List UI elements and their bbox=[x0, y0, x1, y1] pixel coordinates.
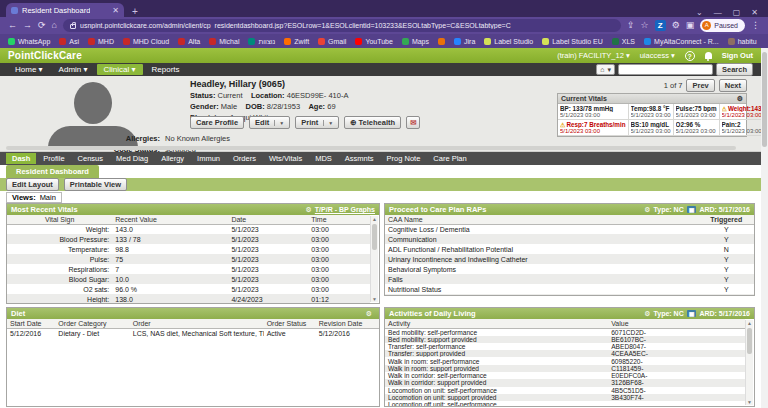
bp-graphs-link[interactable]: T/P/R - BP Graphs bbox=[315, 206, 375, 213]
vitals-scrollbar[interactable]: ▲▼ bbox=[370, 216, 378, 302]
bookmark-item[interactable]: Jira bbox=[454, 38, 475, 45]
nav-clinical[interactable]: Clinical ▾ bbox=[97, 64, 143, 75]
edit-dropdown-button[interactable]: Edit▼ bbox=[249, 116, 290, 129]
browser-tab[interactable]: Resident Dashboard ✕ bbox=[6, 3, 124, 17]
table-row: Transfer: self-performanceABED8047- bbox=[385, 343, 745, 350]
edit-layout-button[interactable]: Edit Layout bbox=[6, 178, 59, 191]
adl-scrollbar[interactable]: ▲▼ bbox=[745, 320, 753, 405]
resident-dashboard-tab[interactable]: Resident Dashboard bbox=[6, 165, 99, 178]
tab-close-icon[interactable]: ✕ bbox=[112, 6, 119, 15]
back-icon[interactable]: ← bbox=[8, 21, 17, 30]
bookmark-favicon bbox=[88, 38, 95, 45]
bookmark-item[interactable]: Asi bbox=[59, 38, 79, 45]
current-vitals-gear-icon[interactable]: ⚙ bbox=[737, 95, 743, 103]
tab-orders[interactable]: Orders bbox=[227, 153, 262, 164]
cell-triggered: Y bbox=[699, 284, 754, 294]
user-dropdown[interactable]: uiaccess ▾ bbox=[640, 51, 675, 60]
gear-icon[interactable]: ⚙ bbox=[644, 310, 650, 318]
bookmark-item[interactable] bbox=[438, 38, 445, 45]
tab-prog-note[interactable]: Prog Note bbox=[381, 153, 427, 164]
bookmark-item[interactable]: MHD bbox=[88, 38, 114, 45]
extensions-icon[interactable]: ⚙ bbox=[672, 21, 680, 30]
bookmark-item[interactable]: Gmail bbox=[318, 38, 346, 45]
side-panel-icon[interactable]: ▣ bbox=[686, 21, 695, 30]
nav-reports[interactable]: Reports bbox=[145, 64, 187, 75]
z-extension-icon[interactable]: Z bbox=[655, 20, 666, 31]
nc-badge-icon: ▦ bbox=[687, 310, 697, 317]
page-scrollbar[interactable] bbox=[761, 48, 768, 408]
bookmark-item[interactable]: WhatsApp bbox=[8, 38, 50, 45]
cell-value: 75 bbox=[112, 254, 228, 264]
bookmark-favicon bbox=[123, 38, 130, 45]
telehealth-button[interactable]: ⊕ Telehealth bbox=[344, 116, 401, 129]
bookmark-item[interactable]: Label Studio bbox=[484, 38, 533, 45]
gear-icon[interactable]: ⚙ bbox=[306, 206, 312, 214]
bookmark-item[interactable]: Michal bbox=[209, 38, 239, 45]
search-scope-dropdown[interactable]: ⌂ ▾ bbox=[596, 64, 615, 75]
tab-wts-vitals[interactable]: Wts/Vitals bbox=[263, 153, 308, 164]
tab-med-diag[interactable]: Med Diag bbox=[110, 153, 154, 164]
tab-profile[interactable]: Profile bbox=[37, 153, 70, 164]
bookmark-item[interactable]: YouTube bbox=[355, 38, 393, 45]
gear-icon[interactable]: ⚙ bbox=[366, 310, 372, 318]
url-field[interactable]: usnpint.pointclickcare.com/admin/client/… bbox=[63, 19, 621, 32]
sign-out-link[interactable]: Sign Out bbox=[722, 51, 753, 60]
cell-activity: Walk in room: support provided bbox=[385, 365, 608, 372]
tab-assmnts[interactable]: Assmnts bbox=[339, 153, 380, 164]
bookmark-item[interactable]: MHD Cloud bbox=[123, 38, 169, 45]
notifications-bell-icon[interactable] bbox=[705, 52, 712, 59]
prev-button[interactable]: Prev bbox=[686, 79, 714, 92]
printable-view-button[interactable]: Printable View bbox=[64, 178, 127, 191]
tab-dash[interactable]: Dash bbox=[6, 153, 36, 164]
home-icon[interactable]: ⌂ bbox=[52, 21, 57, 30]
allergies-value: No Known Allergies bbox=[165, 134, 230, 143]
new-tab-icon[interactable]: + bbox=[132, 6, 138, 17]
menu-kebab-icon[interactable]: ⋮ bbox=[751, 21, 760, 30]
next-button[interactable]: Next bbox=[719, 79, 747, 92]
profile-paused-button[interactable]: A Paused bbox=[700, 19, 745, 32]
print-dropdown-button[interactable]: Print▼ bbox=[295, 116, 339, 129]
nav-home[interactable]: Home ▾ bbox=[8, 64, 50, 75]
cell-status: Active bbox=[264, 328, 316, 338]
bookmark-item[interactable]: נוצוות bbox=[248, 38, 275, 45]
window-chevron-icon[interactable]: ⌄ bbox=[696, 8, 703, 17]
patient-demo-line: Gender: Male DOB: 8/28/1953 Age: 69 bbox=[190, 102, 560, 111]
tab-favicon bbox=[11, 7, 18, 14]
resident-search-input[interactable] bbox=[618, 64, 713, 75]
tab-mds[interactable]: MDS bbox=[309, 153, 338, 164]
tab-census[interactable]: Census bbox=[72, 153, 109, 164]
search-button[interactable]: Search bbox=[716, 63, 753, 76]
forward-icon[interactable]: → bbox=[23, 21, 32, 30]
horizontal-scrollbar[interactable] bbox=[6, 146, 736, 150]
bookmark-item[interactable]: Zwift bbox=[284, 38, 309, 45]
cell-value: 3126BF68- bbox=[608, 379, 745, 386]
tab-care-plan[interactable]: Care Plan bbox=[427, 153, 472, 164]
bookmark-item[interactable]: Maps bbox=[402, 38, 429, 45]
bookmark-star-icon[interactable]: ☆ bbox=[641, 21, 649, 30]
patient-name: Headley, Hillary (9065) bbox=[190, 79, 560, 89]
bookmark-item[interactable]: XLS bbox=[612, 38, 635, 45]
current-vitals-title: Current Vitals bbox=[561, 95, 607, 102]
care-profile-button[interactable]: Care Profile bbox=[190, 116, 244, 129]
nav-admin[interactable]: Admin ▾ bbox=[52, 64, 95, 75]
gear-icon[interactable]: ⚙ bbox=[644, 206, 650, 214]
reload-icon[interactable]: ⟳ bbox=[38, 21, 46, 30]
window-maximize-icon[interactable]: ▢ bbox=[733, 8, 741, 17]
bookmark-item[interactable]: MyAltaConnect - R... bbox=[644, 38, 719, 45]
main-nav: Home ▾ Admin ▾ Clinical ▾ Reports ⌂ ▾ Se… bbox=[0, 63, 761, 76]
cell-name: Urinary Incontinence and Indwelling Cath… bbox=[385, 254, 699, 264]
views-selector[interactable]: Views: Main bbox=[6, 192, 62, 203]
profile-avatar: A bbox=[702, 21, 711, 30]
window-close-icon[interactable]: ✕ bbox=[751, 8, 758, 17]
bookmark-item[interactable]: Alta bbox=[178, 38, 200, 45]
tab-allergy[interactable]: Allergy bbox=[155, 153, 190, 164]
facility-dropdown[interactable]: (train) FACILITY_12 ▾ bbox=[557, 51, 630, 60]
window-minimize-icon[interactable]: — bbox=[714, 8, 722, 17]
tab-immun[interactable]: Immun bbox=[191, 153, 226, 164]
help-icon[interactable]: ? bbox=[685, 51, 695, 61]
cell-date: 5/1/2023 bbox=[228, 224, 308, 234]
bookmark-item[interactable]: habitu bbox=[728, 38, 757, 45]
bookmark-item[interactable]: Label Studio EU bbox=[542, 38, 603, 45]
secure-message-button[interactable]: ✉ bbox=[406, 116, 420, 129]
share-icon[interactable]: ⇪ bbox=[627, 21, 635, 30]
